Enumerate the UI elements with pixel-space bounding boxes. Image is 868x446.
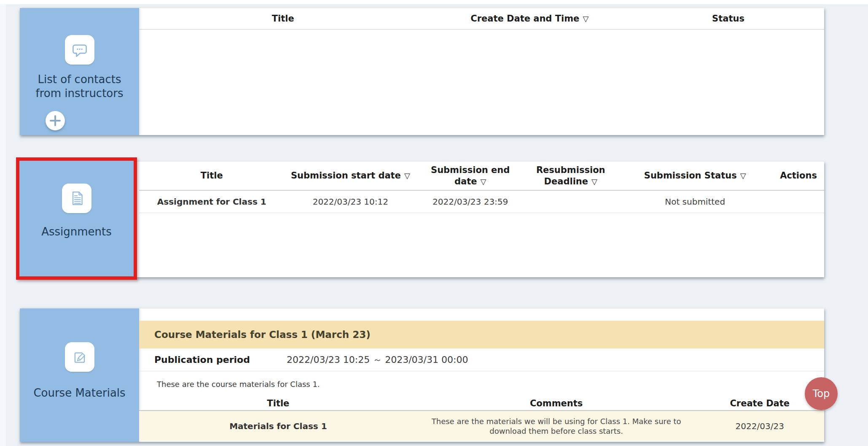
- sort-desc-icon: ▽: [480, 177, 486, 186]
- contacts-tile-label: List of contacts from instructors: [27, 73, 132, 100]
- column-header-title: Title: [139, 8, 427, 29]
- column-header-resubmission-deadline[interactable]: Resubmission Deadline▽: [524, 162, 617, 190]
- column-header-submission-end[interactable]: Submission end date▽: [417, 162, 524, 190]
- column-header-create-date: Create Date: [696, 397, 824, 410]
- assignments-table: Title Submission start date▽ Submission …: [139, 162, 824, 277]
- assignment-end-cell: 2022/03/23 23:59: [417, 191, 524, 213]
- materials-card: Course Materials Course Materials for Cl…: [20, 308, 824, 442]
- assignment-resubmission-cell: [524, 191, 617, 213]
- column-header-title: Title: [139, 162, 285, 190]
- contacts-table-body-empty: [139, 30, 824, 135]
- material-row[interactable]: Materials for Class 1 These are the mate…: [139, 411, 824, 441]
- page-left-strip: [0, 4, 6, 446]
- speech-bubble-icon: [65, 35, 94, 65]
- assignments-table-header: Title Submission start date▽ Submission …: [139, 162, 824, 191]
- assignment-start-cell: 2022/03/23 10:12: [285, 191, 417, 213]
- column-header-status: Status: [632, 8, 824, 29]
- contacts-table: Title Create Date and Time▽ Status: [139, 8, 824, 135]
- publication-period-row: Publication period 2022/03/23 10:25 ～ 20…: [139, 349, 824, 371]
- assignment-row[interactable]: Assignment for Class 1 2022/03/23 10:12 …: [139, 191, 824, 213]
- contacts-tile[interactable]: List of contacts from instructors: [20, 8, 139, 135]
- add-contact-button[interactable]: [46, 111, 65, 130]
- materials-description: These are the course materials for Class…: [139, 371, 824, 397]
- sort-desc-icon: ▽: [404, 171, 410, 180]
- assignments-tile-label: Assignments: [24, 225, 129, 239]
- assignment-actions-cell: [773, 191, 824, 213]
- column-header-submission-start[interactable]: Submission start date▽: [285, 162, 417, 190]
- column-header-submission-status[interactable]: Submission Status▽: [617, 162, 773, 190]
- materials-group-header: Course Materials for Class 1 (March 23): [139, 321, 824, 349]
- materials-tile[interactable]: Course Materials: [20, 308, 139, 442]
- plus-icon: [46, 111, 65, 130]
- assignment-status-cell: Not submitted: [617, 191, 773, 213]
- document-icon: [62, 184, 91, 213]
- column-header-actions: Actions: [773, 162, 824, 190]
- material-title-cell[interactable]: Materials for Class 1: [139, 411, 417, 441]
- publication-period-label: Publication period: [139, 354, 268, 365]
- contacts-table-header: Title Create Date and Time▽ Status: [139, 8, 824, 30]
- column-header-create-date[interactable]: Create Date and Time▽: [427, 8, 633, 29]
- publication-period-value: 2022/03/23 10:25 ～ 2023/03/31 00:00: [287, 354, 468, 366]
- material-comments-cell: These are the materials we will be using…: [417, 411, 696, 441]
- page-top-strip: [0, 0, 868, 4]
- column-header-title: Title: [139, 397, 417, 410]
- contacts-card: List of contacts from instructors Title …: [20, 8, 824, 135]
- column-header-comments: Comments: [417, 397, 696, 410]
- materials-table-header: Title Comments Create Date: [139, 397, 824, 411]
- scroll-to-top-button[interactable]: Top: [805, 377, 838, 410]
- material-create-date-cell: 2022/03/23: [696, 411, 824, 441]
- materials-top-gap: [139, 308, 824, 321]
- sort-desc-icon: ▽: [740, 171, 746, 180]
- assignment-title-cell[interactable]: Assignment for Class 1: [139, 191, 285, 213]
- sort-desc-icon: ▽: [583, 14, 589, 23]
- materials-tile-label: Course Materials: [27, 386, 132, 400]
- edit-icon: [65, 342, 94, 372]
- materials-panel: Course Materials for Class 1 (March 23) …: [139, 308, 824, 442]
- assignments-card: Assignments Title Submission start date▽…: [20, 162, 824, 277]
- sort-desc-icon: ▽: [591, 177, 597, 186]
- assignments-tile-selected[interactable]: Assignments: [16, 157, 137, 280]
